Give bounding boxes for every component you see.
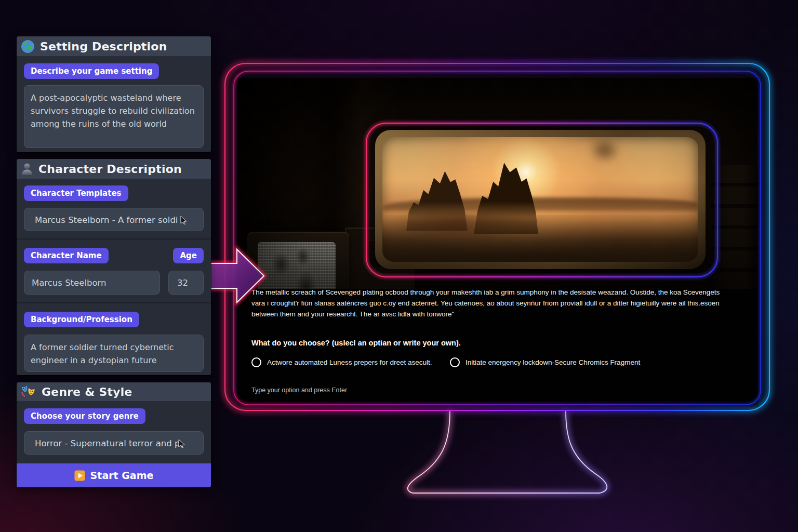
choice-prompt: What do you choose? (uslecl an optian or…: [251, 339, 461, 347]
panel-genre: Genre & Style Choose your story genre Ho…: [17, 382, 211, 487]
background-textarea[interactable]: A former soldier turned cybernetic engin…: [24, 335, 204, 372]
age-input[interactable]: [168, 271, 204, 295]
masks-icon: [21, 385, 36, 399]
start-game-label: Start Game: [90, 470, 154, 481]
radio-icon[interactable]: [450, 357, 460, 367]
vehicle-window-frame: [375, 130, 706, 269]
choice-option-2[interactable]: Initiate energency lockdown-Secure Chrom…: [450, 357, 640, 367]
genre-header: Genre & Style: [17, 382, 211, 401]
old-tv: [247, 232, 349, 289]
character-template-select[interactable]: Marcus Steelborn - A former soldi: [24, 208, 204, 231]
smoke-cloud: [584, 137, 626, 167]
cursor-icon: [178, 440, 185, 448]
globe-icon: [21, 39, 35, 54]
character-name-input[interactable]: [24, 271, 160, 295]
game-scene-image: [237, 78, 759, 289]
genre-select[interactable]: Horror - Supernatural terror and p: [24, 431, 204, 455]
choice-option-1[interactable]: Actwore automated Ŀuness prepers for dre…: [251, 357, 432, 367]
character-name-badge: Character Name: [24, 248, 109, 263]
setting-textarea[interactable]: A post-apocalyptic wasteland where survi…: [24, 85, 204, 148]
divider: [17, 238, 211, 240]
play-icon: [74, 470, 85, 481]
monitor-stand-neon: [408, 411, 607, 493]
character-header: Character Description: [17, 159, 211, 179]
option-label: Actwore automated Ŀuness prepers for dre…: [267, 358, 432, 366]
person-icon: [21, 162, 33, 176]
template-select-value: Marcus Steelborn - A former soldi: [35, 215, 178, 225]
setting-header: Setting Description: [17, 36, 211, 56]
panel-setting: Setting Description Describe your game s…: [17, 36, 211, 152]
scene-shelf: [711, 165, 759, 289]
radio-icon[interactable]: [251, 357, 261, 367]
age-badge: Age: [173, 248, 204, 263]
cursor-icon: [180, 216, 187, 224]
sunset-view: [382, 137, 698, 262]
setting-label-badge: Describe your game setting: [24, 63, 159, 79]
start-game-button[interactable]: Start Game: [17, 463, 211, 487]
story-text: The metallic screach of Scevenged platin…: [251, 287, 740, 320]
input-hint: Type your option and press Enter: [251, 387, 347, 394]
panel-title: Genre & Style: [42, 385, 132, 398]
genre-select-value: Horror - Supernatural terror and p: [35, 438, 180, 448]
tv-static: [258, 242, 336, 289]
monitor-screen: The metallic screach of Scevenged platin…: [237, 78, 759, 407]
background-badge: Background/Profession: [24, 312, 139, 327]
option-label: Initiate energency lockdown-Secure Chrom…: [466, 358, 640, 366]
panel-title: Character Description: [38, 163, 182, 176]
panel-character: Character Description Character Template…: [17, 159, 211, 375]
genre-badge: Choose your story genre: [24, 408, 145, 424]
character-templates-badge: Character Templates: [24, 185, 128, 201]
panel-title: Setting Description: [40, 40, 167, 53]
dust-shadow: [388, 210, 559, 251]
